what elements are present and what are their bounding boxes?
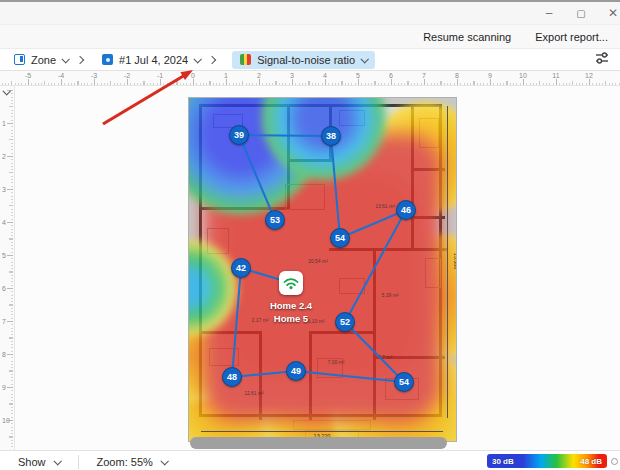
h-ruler-label: 7 — [422, 72, 426, 79]
h-ruler-label: -3 — [91, 72, 97, 79]
snapshot-dropdown[interactable]: #1 Jul 4, 2024 — [92, 54, 200, 66]
minimize-button[interactable]: – — [536, 4, 562, 22]
chevron-down-icon — [62, 55, 70, 63]
legend-max-label: 48 dB — [580, 457, 602, 466]
h-ruler-label: 6 — [389, 72, 393, 79]
divider — [78, 455, 79, 469]
h-ruler-label: 3 — [290, 72, 294, 79]
app-window: { "window": {"controls": {"minimize": "–… — [0, 0, 620, 470]
measurement-point[interactable]: 49 — [286, 361, 306, 381]
v-ruler-label: 2 — [2, 153, 6, 160]
legend-min-label: 30 dB — [492, 457, 514, 466]
chevron-down-icon — [361, 55, 369, 63]
measurement-point[interactable]: 54 — [330, 228, 350, 248]
measurement-point[interactable]: 46 — [396, 200, 416, 220]
snapshot-icon — [102, 54, 113, 65]
chevron-down-icon — [53, 457, 61, 465]
close-button[interactable]: ✕ — [600, 4, 620, 22]
v-ruler-label: 10 — [2, 417, 10, 424]
metric-dropdown[interactable]: Signal-to-noise ratio — [232, 51, 375, 69]
chevron-down-icon — [194, 55, 202, 63]
action-bar: Resume scanning Export report... — [0, 24, 620, 48]
h-ruler-label: 10 — [519, 72, 527, 79]
v-ruler-label: 6 — [2, 285, 6, 292]
export-report-button[interactable]: Export report... — [535, 31, 608, 43]
access-point-icon[interactable] — [279, 271, 303, 295]
h-ruler-label: 9 — [488, 72, 492, 79]
v-ruler-label: 5 — [2, 252, 6, 259]
h-ruler-label: -4 — [58, 72, 64, 79]
h-ruler-label: -1 — [157, 72, 163, 79]
h-ruler-label: -5 — [25, 72, 31, 79]
maximize-button[interactable]: ▢ — [568, 4, 594, 22]
zoom-dropdown[interactable]: Zoom: 55% — [97, 456, 153, 468]
measurement-point[interactable]: 38 — [321, 126, 341, 146]
h-ruler-label: -2 — [124, 72, 130, 79]
h-ruler-label: 5 — [356, 72, 360, 79]
next-snapshot-chevron-icon[interactable] — [208, 55, 216, 63]
metric-label: Signal-to-noise ratio — [257, 54, 355, 66]
show-dropdown[interactable]: Show — [18, 456, 46, 468]
heatmap-gradient-icon — [240, 54, 251, 65]
v-ruler-label: 1 — [2, 120, 6, 127]
v-ruler-label: 3 — [2, 186, 6, 193]
zone-dropdown[interactable]: Zone — [14, 54, 68, 66]
measurement-point[interactable]: 42 — [231, 258, 251, 278]
h-ruler-label: 11 — [552, 72, 559, 79]
h-ruler-label: 4 — [323, 72, 327, 79]
measurement-point[interactable]: 48 — [222, 367, 242, 387]
h-ruler-label: 1 — [224, 72, 228, 79]
horizontal-scrollbar[interactable] — [190, 437, 447, 449]
horizontal-ruler: -5-4-3-2-10123456789101112 — [0, 71, 620, 86]
floor-plan: 13.220 15.380 39385354464252484954 Home … — [188, 97, 457, 442]
measurement-point[interactable]: 39 — [229, 125, 249, 145]
h-ruler-label: 2 — [257, 72, 261, 79]
zone-label: Zone — [31, 54, 56, 66]
next-zone-chevron-icon[interactable] — [76, 55, 84, 63]
v-ruler-label: 4 — [2, 219, 6, 226]
measurement-point[interactable]: 54 — [394, 372, 414, 392]
measurement-point[interactable]: 53 — [265, 210, 285, 230]
h-ruler-label: 8 — [455, 72, 459, 79]
connection-lines — [189, 98, 456, 441]
signal-legend-colorbar: 30 dB 48 dB — [487, 454, 607, 468]
v-ruler-label: 9 — [2, 384, 6, 391]
snapshot-label: #1 Jul 4, 2024 — [119, 54, 188, 66]
vertical-ruler: 12345678910 — [0, 86, 15, 450]
chevron-down-icon — [160, 457, 168, 465]
toolbar: Zone #1 Jul 4, 2024 Signal-to-noise rati… — [0, 48, 620, 71]
h-ruler-label: 12 — [585, 72, 593, 79]
title-bar: – ▢ ✕ — [0, 2, 620, 24]
resume-scanning-button[interactable]: Resume scanning — [423, 31, 511, 43]
access-point-label: Home 2.4 Home 5 — [231, 299, 351, 325]
legend-settings-icon[interactable] — [611, 458, 618, 465]
zone-icon — [14, 54, 25, 65]
v-ruler-label: 8 — [2, 351, 6, 358]
h-ruler-label: 0 — [191, 72, 195, 79]
v-ruler-label: 7 — [2, 318, 6, 325]
filter-settings-icon[interactable] — [594, 50, 610, 70]
